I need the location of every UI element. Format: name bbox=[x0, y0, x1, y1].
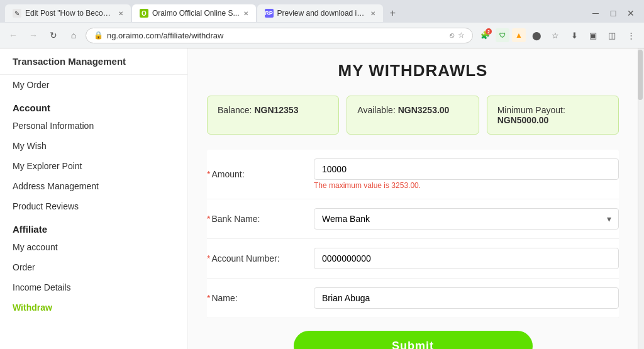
account-required-star: * bbox=[207, 253, 210, 263]
url-text: ng.oraimo.com/affiliate/withdraw bbox=[107, 31, 446, 40]
tab-favicon-preview: RP bbox=[265, 9, 274, 18]
browser-action-3[interactable]: ⬤ bbox=[528, 27, 545, 43]
sidebar-item-order[interactable]: Order bbox=[0, 257, 187, 277]
minimum-card: Minimum Payout: NGN5000.00 bbox=[487, 96, 619, 135]
bank-name-select[interactable]: Wema Bank Access Bank GTBank Zenith Bank… bbox=[314, 208, 619, 230]
submit-section: Submit bbox=[207, 318, 619, 349]
tab-title-preview: Preview and download ima... bbox=[277, 9, 367, 18]
amount-error: The maximum value is 3253.00. bbox=[314, 181, 619, 190]
sidebar-item-my-wish[interactable]: My Wish bbox=[0, 136, 187, 156]
forward-button[interactable]: → bbox=[25, 27, 42, 43]
menu-button[interactable]: ⋮ bbox=[623, 27, 639, 43]
sidebar-item-income-details[interactable]: Income Details bbox=[0, 277, 187, 297]
extension-icon-1[interactable]: 🛡 bbox=[496, 28, 509, 42]
sidebar: Transaction Management My Order Account … bbox=[0, 48, 188, 349]
page-title: MY WITHDRAWLS bbox=[207, 61, 619, 80]
balance-cards: Balance: NGN12353 Available: NGN3253.00 … bbox=[207, 96, 619, 135]
sidebar-item-product-reviews[interactable]: Product Reviews bbox=[0, 196, 187, 216]
extension-icon-2[interactable]: ▲ bbox=[512, 28, 526, 42]
account-section-header: Account bbox=[0, 95, 187, 116]
account-number-row: *Account Number: bbox=[207, 239, 619, 279]
history-button[interactable]: ◫ bbox=[604, 27, 620, 43]
amount-row: *Amount: The maximum value is 3253.00. bbox=[207, 150, 619, 199]
bank-name-row: *Bank Name: Wema Bank Access Bank GTBank… bbox=[207, 199, 619, 239]
reload-button[interactable]: ↻ bbox=[45, 27, 62, 43]
sidebar-item-my-account[interactable]: My account bbox=[0, 237, 187, 257]
account-number-input[interactable] bbox=[314, 248, 619, 269]
lock-icon: 🔒 bbox=[94, 31, 103, 40]
browser-toolbar: ← → ↻ ⌂ 🔒 ng.oraimo.com/affiliate/withdr… bbox=[0, 23, 644, 48]
close-window-button[interactable]: ✕ bbox=[623, 5, 639, 21]
tab-groups-button[interactable]: ▣ bbox=[585, 27, 601, 43]
balance-label: Balance: bbox=[218, 105, 254, 115]
bank-required-star: * bbox=[207, 214, 210, 224]
tab-title-edit: Edit Post "How to Become a... bbox=[25, 9, 114, 18]
browser-actions: 🧩 2 🛡 ▲ ⬤ ☆ ⬇ ▣ ◫ ⋮ bbox=[477, 27, 639, 43]
sidebar-item-personal-info[interactable]: Personal Information bbox=[0, 116, 187, 136]
amount-wrapper: The maximum value is 3253.00. bbox=[314, 158, 619, 190]
share-icon: ⎋ bbox=[450, 31, 454, 40]
sidebar-item-address[interactable]: Address Management bbox=[0, 176, 187, 196]
browser-tabs: ✎ Edit Post "How to Become a... ✕ O Orai… bbox=[0, 0, 644, 23]
extensions-button[interactable]: 🧩 2 bbox=[477, 27, 493, 43]
browser-action-4[interactable]: ☆ bbox=[547, 27, 564, 43]
tab-close-preview[interactable]: ✕ bbox=[370, 10, 375, 17]
name-input[interactable] bbox=[314, 287, 619, 309]
tab-edit-post[interactable]: ✎ Edit Post "How to Become a... ✕ bbox=[5, 4, 131, 22]
bank-select-wrapper: Wema Bank Access Bank GTBank Zenith Bank… bbox=[314, 208, 619, 230]
transaction-management-header: Transaction Management bbox=[0, 48, 187, 75]
sidebar-item-my-order[interactable]: My Order bbox=[0, 75, 187, 95]
sidebar-item-withdraw[interactable]: Withdraw bbox=[0, 297, 187, 318]
minimize-button[interactable]: ─ bbox=[587, 5, 604, 21]
restore-button[interactable]: □ bbox=[605, 5, 621, 21]
available-value: NGN3253.00 bbox=[398, 105, 450, 115]
tab-favicon-oraimo: O bbox=[140, 9, 148, 18]
browser-chrome: ✎ Edit Post "How to Become a... ✕ O Orai… bbox=[0, 0, 644, 48]
submit-button[interactable]: Submit bbox=[294, 331, 533, 349]
minimum-value: NGN5000.00 bbox=[497, 115, 549, 125]
sidebar-item-my-explorer[interactable]: My Explorer Point bbox=[0, 156, 187, 176]
balance-value: NGN12353 bbox=[254, 105, 298, 115]
name-row: *Name: bbox=[207, 279, 619, 318]
tab-close-oraimo[interactable]: ✕ bbox=[243, 10, 248, 17]
amount-required-star: * bbox=[207, 169, 210, 179]
affiliate-section-header: Affiliate bbox=[0, 216, 187, 237]
name-label: *Name: bbox=[207, 293, 308, 303]
minimum-label: Minimum Payout: bbox=[497, 105, 565, 115]
back-button[interactable]: ← bbox=[5, 27, 21, 43]
tab-oraimo[interactable]: O Oraimo Official Online S... ✕ bbox=[132, 4, 256, 22]
address-bar[interactable]: 🔒 ng.oraimo.com/affiliate/withdraw ⎋ ☆ bbox=[86, 28, 473, 43]
main-layout: Transaction Management My Order Account … bbox=[0, 48, 644, 349]
tab-title-oraimo: Oraimo Official Online S... bbox=[152, 9, 240, 18]
home-button[interactable]: ⌂ bbox=[65, 27, 82, 43]
available-label: Available: bbox=[357, 105, 397, 115]
scrollbar[interactable] bbox=[638, 48, 644, 349]
account-number-label: *Account Number: bbox=[207, 253, 308, 263]
download-button[interactable]: ⬇ bbox=[566, 27, 582, 43]
tab-preview[interactable]: RP Preview and download ima... ✕ bbox=[257, 4, 383, 22]
available-card: Available: NGN3253.00 bbox=[347, 96, 479, 135]
tab-favicon-edit: ✎ bbox=[13, 9, 21, 18]
tab-close-edit[interactable]: ✕ bbox=[118, 10, 123, 17]
balance-card: Balance: NGN12353 bbox=[207, 96, 339, 135]
name-required-star: * bbox=[207, 293, 210, 303]
main-content: MY WITHDRAWLS Balance: NGN12353 Availabl… bbox=[188, 48, 638, 349]
bookmark-icon: ☆ bbox=[458, 31, 465, 40]
amount-input[interactable] bbox=[314, 158, 619, 180]
amount-label: *Amount: bbox=[207, 169, 308, 179]
bank-name-label: *Bank Name: bbox=[207, 214, 308, 224]
withdrawal-form: *Amount: The maximum value is 3253.00. *… bbox=[207, 150, 619, 318]
new-tab-button[interactable]: + bbox=[384, 4, 402, 22]
